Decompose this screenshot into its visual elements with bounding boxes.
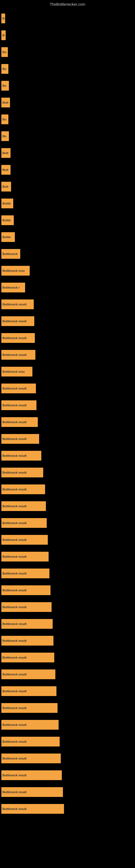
bar-row: Bottleneck result — [1, 666, 132, 682]
bar-row: Bottle — [1, 195, 132, 212]
result-bar: Bottleneck result — [1, 585, 50, 595]
result-bar: Bottleneck result — [1, 602, 52, 612]
bar-row: Bottleneck result — [1, 700, 132, 716]
bar-row: Bott — [1, 94, 132, 111]
result-bar: Bottleneck result — [1, 383, 36, 393]
bar-row: Bottleneck result — [1, 683, 132, 699]
result-bar: Bottleneck result — [1, 653, 54, 662]
bar-row: Bottleneck result — [1, 397, 132, 413]
result-bar: Bottleneck result — [1, 485, 45, 494]
bar-row: B — [1, 10, 132, 27]
result-bar: Bottleneck result — [1, 770, 62, 780]
bar-row: Bott — [1, 145, 132, 161]
site-title: TheBottlenecker.com — [0, 0, 135, 8]
bar-row: Bo — [1, 61, 132, 77]
bar-row: Bottleneck result — [1, 380, 132, 397]
bar-row: Bo — [1, 44, 132, 60]
result-bar: Bottleneck result — [1, 619, 53, 629]
bar-row: Bottle — [1, 212, 132, 228]
result-bar: Bottleneck resu — [1, 266, 30, 276]
bar-row: Bottleneck result — [1, 481, 132, 497]
result-bar: Bottleneck result — [1, 518, 47, 528]
result-bar: Bottleneck result — [1, 333, 35, 343]
result-bar: Bottleneck r — [1, 283, 25, 292]
bar-row: Bottleneck result — [1, 515, 132, 531]
bar-row: Bottleneck result — [1, 431, 132, 447]
result-bar: Bottleneck result — [1, 720, 58, 730]
bar-row: Bottleneck resu — [1, 364, 132, 380]
bar-row: Bottleneck result — [1, 632, 132, 649]
bar-row: Bottleneck result — [1, 801, 132, 817]
bar-row: Bottleneck result — [1, 717, 132, 733]
result-bar: Bott — [1, 148, 10, 158]
result-bar: Bottleneck result — [1, 737, 60, 746]
bar-row: Bottleneck result — [1, 330, 132, 346]
result-bar: Bottleneck result — [1, 568, 49, 578]
result-bar: Bottleneck result — [1, 434, 39, 444]
result-bar: B — [1, 30, 6, 40]
bar-row: Bottleneck result — [1, 616, 132, 632]
result-bar: Bottleneck result — [1, 468, 43, 477]
bar-row: Bottleneck result — [1, 296, 132, 312]
bar-row: Bottleneck result — [1, 532, 132, 548]
bar-row: Bo — [1, 111, 132, 127]
result-bar: Bottleneck result — [1, 535, 48, 545]
result-bar: Bott — [1, 165, 10, 175]
bar-row: Bottleneck r — [1, 279, 132, 296]
result-bar: Bottleneck result — [1, 316, 34, 326]
result-bar: B — [1, 13, 5, 23]
bar-row: B — [1, 27, 132, 43]
bar-row: Bottleneck result — [1, 649, 132, 665]
result-bar: Bottleneck result — [1, 703, 57, 713]
bar-row: Bottleneck — [1, 246, 132, 262]
result-bar: Bottleneck result — [1, 451, 41, 461]
result-bar: Bo — [1, 131, 9, 141]
result-bar: Bottleneck result — [1, 787, 63, 797]
bar-row: Bottleneck result — [1, 347, 132, 363]
result-bar: Bottleneck — [1, 249, 20, 259]
bar-row: Bottleneck result — [1, 414, 132, 430]
result-bar: Bottleneck result — [1, 686, 56, 696]
result-bar: Bottleneck result — [1, 753, 61, 763]
bar-row: Bottleneck result — [1, 313, 132, 329]
result-bar: Bottleneck result — [1, 300, 34, 309]
bars-container: BBBoBoBoBottBoBoBottBottBottBottleBottle… — [0, 8, 135, 820]
result-bar: Bottleneck result — [1, 552, 49, 561]
bar-row: Bottleneck result — [1, 767, 132, 783]
result-bar: Bottleneck result — [1, 417, 38, 427]
result-bar: Bottleneck resu — [1, 367, 32, 376]
bar-row: Bottleneck result — [1, 498, 132, 514]
result-bar: Bott — [1, 182, 11, 191]
result-bar: Bo — [1, 64, 8, 74]
bar-row: Bo — [1, 128, 132, 144]
bar-row: Bottle — [1, 229, 132, 245]
result-bar: Bo — [1, 115, 8, 124]
bar-row: Bottleneck result — [1, 734, 132, 750]
result-bar: Bottleneck result — [1, 400, 37, 410]
bar-row: Bottleneck result — [1, 447, 132, 464]
result-bar: Bo — [1, 47, 8, 57]
result-bar: Bottleneck result — [1, 350, 35, 360]
bar-row: Bottleneck result — [1, 750, 132, 767]
bar-row: Bottleneck result — [1, 599, 132, 615]
result-bar: Bottle — [1, 198, 13, 208]
bar-row: Bottleneck result — [1, 784, 132, 800]
bar-row: Bott — [1, 179, 132, 195]
bar-row: Bott — [1, 162, 132, 178]
result-bar: Bottleneck result — [1, 670, 55, 679]
result-bar: Bo — [1, 81, 9, 91]
bar-row: Bottleneck result — [1, 549, 132, 565]
result-bar: Bottleneck result — [1, 804, 64, 814]
result-bar: Bottle — [1, 215, 14, 225]
bar-row: Bottleneck resu — [1, 262, 132, 279]
bar-row: Bottleneck result — [1, 464, 132, 480]
result-bar: Bott — [1, 98, 10, 107]
bar-row: Bottleneck result — [1, 565, 132, 582]
result-bar: Bottleneck result — [1, 501, 46, 511]
bar-row: Bo — [1, 78, 132, 94]
bar-row: Bottleneck result — [1, 582, 132, 598]
result-bar: Bottleneck result — [1, 636, 53, 646]
result-bar: Bottle — [1, 232, 15, 242]
